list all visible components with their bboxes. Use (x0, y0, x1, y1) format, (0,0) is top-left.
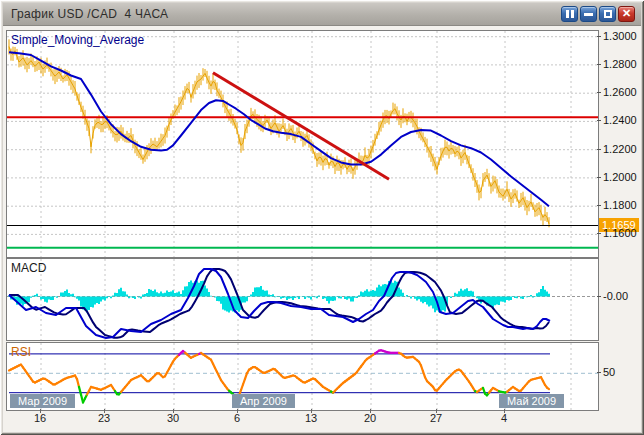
indicator-label-macd: MACD (11, 261, 46, 275)
price-axis-tick (597, 92, 601, 93)
time-axis-label: 27 (425, 412, 447, 424)
minimize-button[interactable] (580, 6, 597, 22)
time-axis-label: 30 (162, 412, 184, 424)
month-badge: Апр 2009 (232, 394, 295, 408)
chart-window: График USD /CAD 4 ЧАСА ✕ Simple_Moving_A… (0, 0, 644, 435)
time-axis-label: 20 (359, 412, 381, 424)
price-axis-label: 1.1800 (603, 198, 637, 212)
price-panel[interactable]: Simple_Moving_Average (6, 30, 599, 258)
month-badge: Мар 2009 (10, 394, 75, 408)
price-axis-tick (597, 149, 601, 150)
maximize-icon (604, 10, 612, 18)
month-badge: Май 2009 (499, 394, 564, 408)
time-axis-label: 23 (93, 412, 115, 424)
macd-panel[interactable]: MACD (6, 258, 599, 341)
time-axis-label: 6 (226, 412, 248, 424)
pause-bars-icon (566, 10, 574, 18)
price-axis-tick (597, 64, 601, 65)
close-icon: ✕ (622, 8, 631, 19)
price-axis-tick (597, 205, 601, 206)
time-axis-label: 13 (300, 412, 322, 424)
price-axis-label: 1.2200 (603, 142, 637, 156)
price-axis-label: 1.2000 (603, 170, 637, 184)
price-axis-tick (597, 36, 601, 37)
price-axis-label: 1.2400 (603, 113, 637, 127)
time-axis-label: 4 (493, 412, 515, 424)
minimize-icon (584, 13, 593, 16)
time-axis-label: 16 (29, 412, 51, 424)
price-axis-label: 1.3000 (603, 29, 637, 43)
price-axis-label: 1.1600 (603, 226, 637, 240)
macd-zero-tick (597, 296, 601, 297)
price-axis-label: 1.2800 (603, 57, 637, 71)
close-button[interactable]: ✕ (618, 6, 635, 22)
indicator-label-sma: Simple_Moving_Average (11, 33, 144, 47)
chart-client-area: Simple_Moving_Average MACD RSI 1.1659 -0… (3, 26, 641, 432)
rsi-mid-label: 50 (603, 365, 615, 379)
window-title: График USD /CAD 4 ЧАСА (3, 7, 168, 21)
macd-zero-label: -0.00 (603, 289, 628, 303)
indicator-label-rsi: RSI (11, 345, 31, 359)
price-axis-tick (597, 120, 601, 121)
price-axis-tick (597, 177, 601, 178)
maximize-button[interactable] (599, 6, 616, 22)
price-axis-label: 1.2600 (603, 85, 637, 99)
rsi-mid-tick (597, 372, 601, 373)
price-axis-tick (597, 233, 601, 234)
price-axis[interactable]: 1.1659 -0.00 50 1.30001.28001.26001.2400… (597, 26, 641, 432)
window-controls: ✕ (561, 6, 635, 22)
titlebar[interactable]: График USD /CAD 4 ЧАСА ✕ (3, 3, 641, 26)
pin-button[interactable] (561, 6, 578, 22)
